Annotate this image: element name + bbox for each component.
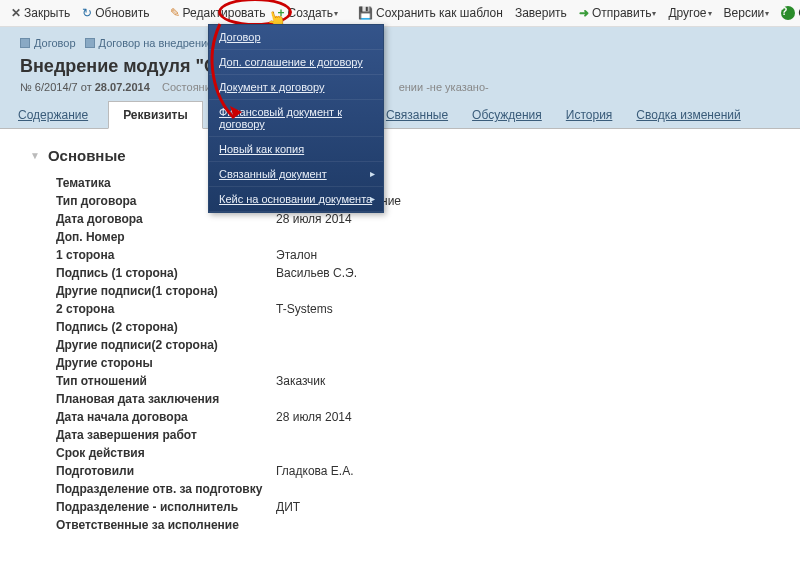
field-row: 2 сторонаT-Systems bbox=[56, 300, 770, 318]
arrow-icon: ➜ bbox=[579, 6, 589, 20]
tab-4[interactable]: Связанные bbox=[382, 102, 452, 128]
pencil-icon: ✎ bbox=[170, 6, 180, 20]
create-button-wrap: +Создать▾ bbox=[272, 4, 343, 22]
dropdown-item-1[interactable]: Доп. соглашение к договору bbox=[209, 50, 383, 75]
field-row: Дата завершения работ bbox=[56, 426, 770, 444]
close-label: Закрыть bbox=[24, 6, 70, 20]
breadcrumb-bullet-icon bbox=[20, 38, 30, 48]
toolbar: ✕Закрыть ↻Обновить ✎Редактировать +Созда… bbox=[0, 0, 800, 27]
breadcrumb-bullet-icon bbox=[85, 38, 95, 48]
other-button[interactable]: Другое▾ bbox=[663, 4, 716, 22]
field-row: Доп. Номер bbox=[56, 228, 770, 246]
doc-subtitle: № 6/2014/7 от 28.07.2014 Состояние до ен… bbox=[20, 81, 780, 93]
dropdown-item-0[interactable]: Договор bbox=[209, 25, 383, 50]
field-value: Гладкова Е.А. bbox=[276, 464, 353, 478]
section-title: Основные bbox=[48, 147, 126, 164]
field-label: Подпись (2 сторона) bbox=[56, 320, 276, 334]
field-row: Плановая дата заключения bbox=[56, 390, 770, 408]
breadcrumb: Договор Договор на внедрение bbox=[20, 37, 780, 50]
approve-label: Заверить bbox=[515, 6, 567, 20]
caret-icon: ▾ bbox=[708, 9, 712, 18]
versions-label: Версии bbox=[724, 6, 765, 20]
dropdown-item-3[interactable]: Финансовый документ к договору bbox=[209, 100, 383, 137]
save-template-button[interactable]: 💾Сохранить как шаблон bbox=[353, 4, 508, 22]
field-label: Другие стороны bbox=[56, 356, 276, 370]
section-header[interactable]: ▼ Основные bbox=[30, 147, 770, 164]
field-value: T-Systems bbox=[276, 302, 333, 316]
plus-icon: + bbox=[277, 6, 284, 20]
field-value: Васильев С.Э. bbox=[276, 266, 357, 280]
field-value: 28 июля 2014 bbox=[276, 410, 352, 424]
field-row: Другие подписи(2 сторона) bbox=[56, 336, 770, 354]
header-area: Договор Договор на внедрение Внедрение м… bbox=[0, 27, 800, 101]
tab-5[interactable]: Обсуждения bbox=[468, 102, 546, 128]
close-button[interactable]: ✕Закрыть bbox=[6, 4, 75, 22]
field-row: Тематика bbox=[56, 174, 770, 192]
field-row: Тип договораДоговор на внедрение bbox=[56, 192, 770, 210]
caret-icon: ▾ bbox=[334, 9, 338, 18]
question-icon: ? bbox=[781, 6, 795, 20]
tab-1[interactable]: Реквизиты bbox=[108, 101, 203, 129]
field-row: Другие подписи(1 сторона) bbox=[56, 282, 770, 300]
caret-icon: ▾ bbox=[652, 9, 656, 18]
field-value: 28 июля 2014 bbox=[276, 212, 352, 226]
create-label: Создать bbox=[287, 6, 333, 20]
field-row: Дата договора28 июля 2014 bbox=[56, 210, 770, 228]
field-row: Другие стороны bbox=[56, 354, 770, 372]
field-label: Ответственные за исполнение bbox=[56, 518, 276, 532]
field-label: 2 сторона bbox=[56, 302, 276, 316]
caret-icon: ▾ bbox=[765, 9, 769, 18]
dropdown-item-6[interactable]: Кейс на основании документа bbox=[209, 187, 383, 212]
breadcrumb-item[interactable]: Договор bbox=[20, 37, 76, 49]
field-value: ДИТ bbox=[276, 500, 300, 514]
field-row: ПодготовилиГладкова Е.А. bbox=[56, 462, 770, 480]
doc-hint-label: ении bbox=[399, 81, 423, 93]
tabs: СодержаниеРеквизитыСтоЖизненный циклСвяз… bbox=[0, 101, 800, 129]
field-label: Другие подписи(2 сторона) bbox=[56, 338, 276, 352]
send-label: Отправить bbox=[592, 6, 652, 20]
field-row: 1 сторонаЭталон bbox=[56, 246, 770, 264]
field-label: 1 сторона bbox=[56, 248, 276, 262]
field-row: Подпись (1 сторона)Васильев С.Э. bbox=[56, 264, 770, 282]
field-label: Плановая дата заключения bbox=[56, 392, 276, 406]
disk-icon: 💾 bbox=[358, 6, 373, 20]
edit-label: Редактировать bbox=[183, 6, 266, 20]
tab-0[interactable]: Содержание bbox=[14, 102, 92, 128]
doc-date: 28.07.2014 bbox=[95, 81, 150, 93]
doc-title: Внедрение модуля "СМ.До bbox=[20, 56, 780, 77]
versions-button[interactable]: Версии▾ bbox=[719, 4, 775, 22]
close-icon: ✕ bbox=[11, 6, 21, 20]
collapse-icon: ▼ bbox=[30, 150, 40, 161]
tab-6[interactable]: История bbox=[562, 102, 617, 128]
refresh-icon: ↻ bbox=[82, 6, 92, 20]
field-table: ТематикаТип договораДоговор на внедрение… bbox=[56, 174, 770, 534]
field-row: Подпись (2 сторона) bbox=[56, 318, 770, 336]
dropdown-item-4[interactable]: Новый как копия bbox=[209, 137, 383, 162]
dropdown-item-2[interactable]: Документ к договору bbox=[209, 75, 383, 100]
edit-button[interactable]: ✎Редактировать bbox=[165, 4, 271, 22]
create-button[interactable]: +Создать▾ bbox=[272, 4, 343, 22]
field-row: Подразделение отв. за подготовку bbox=[56, 480, 770, 498]
help-button[interactable]: ?Справка bbox=[776, 4, 800, 22]
field-row: Подразделение - исполнительДИТ bbox=[56, 498, 770, 516]
doc-number: № 6/2014/7 bbox=[20, 81, 78, 93]
approve-button[interactable]: Заверить bbox=[510, 4, 572, 22]
field-label: Срок действия bbox=[56, 446, 276, 460]
field-row: Дата начала договора28 июля 2014 bbox=[56, 408, 770, 426]
dropdown-item-5[interactable]: Связанный документ bbox=[209, 162, 383, 187]
field-label: Тип отношений bbox=[56, 374, 276, 388]
field-label: Подпись (1 сторона) bbox=[56, 266, 276, 280]
breadcrumb-label: Договор на внедрение bbox=[99, 37, 214, 49]
field-label: Подразделение - исполнитель bbox=[56, 500, 276, 514]
doc-of: от bbox=[81, 81, 92, 93]
tab-7[interactable]: Сводка изменений bbox=[632, 102, 744, 128]
field-label: Подразделение отв. за подготовку bbox=[56, 482, 276, 496]
send-button[interactable]: ➜Отправить▾ bbox=[574, 4, 662, 22]
content: ▼ Основные ТематикаТип договораДоговор н… bbox=[0, 129, 800, 552]
field-value: Эталон bbox=[276, 248, 317, 262]
breadcrumb-item[interactable]: Договор на внедрение bbox=[85, 37, 214, 49]
doc-hint-value: -не указано- bbox=[426, 81, 488, 93]
field-label: Дата договора bbox=[56, 212, 276, 226]
refresh-button[interactable]: ↻Обновить bbox=[77, 4, 154, 22]
other-label: Другое bbox=[668, 6, 706, 20]
